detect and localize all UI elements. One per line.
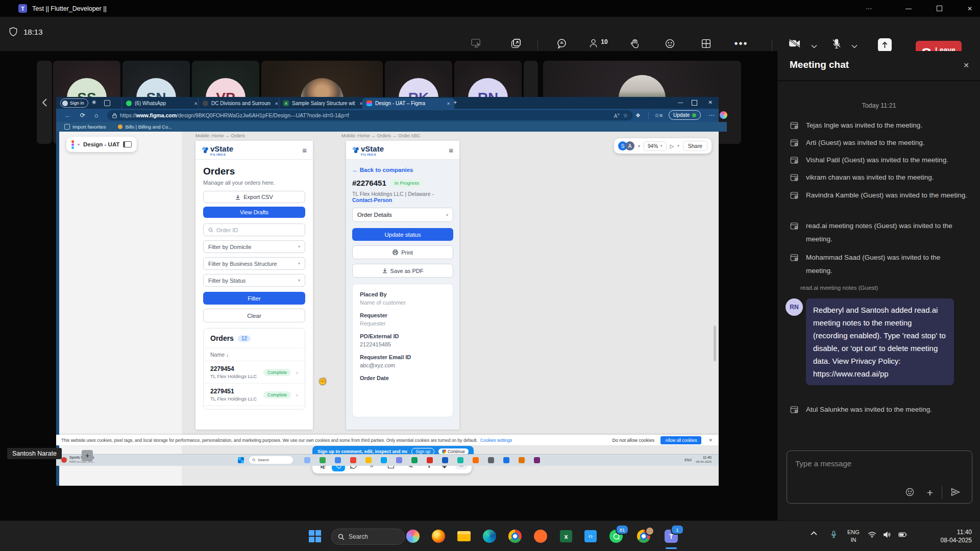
- taskbar-clock[interactable]: 11:40 08-04-2025: [941, 528, 972, 544]
- edge-icon[interactable]: [480, 527, 499, 546]
- chat-date-header: Today 11:21: [777, 102, 980, 109]
- figma-frame-orders: vStateFILINGS ≡ Orders Manage all your o…: [195, 141, 313, 430]
- figma-share-button: Share: [683, 141, 707, 151]
- profile-avatar: [62, 101, 68, 106]
- people-count-badge: 10: [601, 38, 607, 45]
- start-button[interactable]: [305, 527, 325, 546]
- cookie-settings-link: Cookies settings: [480, 438, 512, 443]
- chat-close-icon[interactable]: ✕: [963, 61, 969, 69]
- language-indicator[interactable]: ENG IN: [847, 529, 860, 544]
- excel-icon[interactable]: x: [556, 527, 576, 546]
- read-aloud-icon: A»: [614, 112, 620, 119]
- zoom-in-chip[interactable]: +: [82, 450, 93, 461]
- people-icon: [589, 38, 599, 49]
- taskbar-search[interactable]: Search: [331, 529, 405, 545]
- active-app-indicator: [666, 547, 677, 549]
- figma-file-chip: ▾ Design - UAT: [66, 137, 137, 152]
- copilot-taskbar-icon[interactable]: [403, 527, 423, 546]
- column-header: Name ↓: [204, 348, 305, 361]
- tray-chevron-icon[interactable]: [811, 531, 817, 536]
- message-avatar: RN: [786, 298, 803, 316]
- chevron-right-icon: ›: [296, 392, 298, 398]
- volume-icon[interactable]: [883, 531, 891, 538]
- teams-taskbar-icon[interactable]: T 1: [662, 527, 681, 546]
- calendar-add-icon: [790, 251, 800, 278]
- vstate-logo: vStateFILINGS: [352, 144, 384, 156]
- orders-count-badge: 12: [238, 335, 251, 342]
- titlebar-more-icon[interactable]: ⋯: [859, 0, 879, 17]
- maximize-button[interactable]: [929, 0, 949, 17]
- whatsapp-icon[interactable]: 81: [606, 527, 626, 546]
- wifi-icon[interactable]: [868, 531, 876, 538]
- browser-close-icon: ✕: [708, 99, 713, 105]
- taskbar-date: 08-04-2025: [941, 536, 972, 544]
- tab-close-icon: ✕: [194, 101, 198, 106]
- figma-canvas: ▾ Design - UAT S A ▾ 94%▾ ▷ ▾ Share Mobi…: [56, 132, 719, 486]
- calendar-add-icon: [790, 119, 800, 132]
- file-explorer-icon[interactable]: [454, 527, 474, 546]
- cookie-close-icon: ✕: [708, 438, 713, 443]
- browser-tab-active: Design - UAT – Figma✕: [362, 98, 454, 109]
- order-fields-card: Placed By Name of customer Requester Req…: [352, 284, 453, 417]
- tray-mic-icon[interactable]: [830, 530, 838, 539]
- frame-label: Mobile: Home → Orders: [195, 133, 245, 138]
- windows-taskbar: Search x ‹› 81 T 1 ENG IN: [0, 520, 980, 551]
- figma-favicon: [366, 101, 372, 106]
- brave-icon[interactable]: [531, 527, 550, 546]
- battery-icon[interactable]: [898, 532, 908, 538]
- status-badge: Complete: [263, 369, 291, 376]
- news-widget-icon: [61, 457, 67, 463]
- chat-input-box[interactable]: +: [787, 450, 972, 504]
- extensions-icon: ❖: [635, 112, 641, 119]
- attach-plus-icon[interactable]: +: [927, 487, 933, 498]
- bookmark-icon: [64, 124, 70, 130]
- hand-cursor: ✊: [318, 378, 327, 385]
- bookmark-item: Import favorites: [64, 124, 106, 130]
- firefox-icon[interactable]: [429, 527, 448, 546]
- close-button[interactable]: ✕: [960, 0, 980, 17]
- chevron-down-icon: ▾: [446, 213, 448, 217]
- shield-icon: [8, 26, 18, 37]
- canvas-light-region: [59, 132, 182, 486]
- vscode-icon[interactable]: ‹›: [581, 527, 600, 546]
- calendar-add-icon: [790, 171, 800, 184]
- site-favicon: [203, 101, 208, 106]
- minimize-button[interactable]: —: [898, 0, 919, 17]
- avatar: A: [625, 141, 634, 151]
- order-details-dropdown: Order Details▾: [352, 208, 453, 222]
- chrome-icon[interactable]: [505, 527, 525, 546]
- gallery-prev-button[interactable]: [37, 61, 52, 144]
- favorites-bar-icon: ☆≡: [654, 112, 663, 119]
- taskbar-time: 11:40: [941, 528, 972, 536]
- chat-input[interactable]: [794, 458, 949, 481]
- order-id: 2279451: [210, 388, 263, 395]
- favorite-star-icon: ☆: [623, 112, 628, 119]
- browser-signin-button: Sign in: [60, 98, 88, 108]
- filter-status-dropdown: Filter by Status▾: [203, 274, 305, 287]
- calendar-add-icon: [790, 136, 800, 149]
- meeting-timer: 18:13: [23, 28, 43, 36]
- prototype-play-icon: ▷: [670, 143, 674, 149]
- bookmark-icon: [118, 124, 122, 129]
- teams-badge: 1: [671, 524, 684, 535]
- frame-label: Mobile: Home → Orders → Order ABC: [341, 133, 421, 138]
- send-icon[interactable]: [950, 487, 961, 497]
- excel-favicon: x: [283, 101, 289, 106]
- bookmark-item: Bills | Billing and Co...: [118, 124, 172, 130]
- zoom-level-control: 94%▾: [644, 141, 667, 151]
- camera-chevron-icon[interactable]: [811, 44, 817, 48]
- mic-chevron-icon[interactable]: [851, 44, 857, 48]
- printer-icon: [393, 249, 398, 255]
- canvas-scrollbar: [714, 325, 716, 361]
- orders-subtitle: Manage all your orders here.: [203, 180, 305, 186]
- teams-logo-icon: T: [18, 4, 27, 13]
- chrome-profile-icon[interactable]: [634, 527, 653, 546]
- order-number: #2276451: [352, 179, 386, 187]
- chevron-right-icon: ›: [296, 369, 298, 375]
- copilot-icon: [720, 111, 727, 119]
- emoji-icon[interactable]: [905, 487, 915, 497]
- system-message: vikram chavan was invited to the meeting…: [790, 171, 968, 184]
- export-csv-button: Export CSV: [203, 191, 305, 203]
- hamburger-icon: ≡: [302, 146, 307, 155]
- raise-hand-icon: [630, 38, 640, 49]
